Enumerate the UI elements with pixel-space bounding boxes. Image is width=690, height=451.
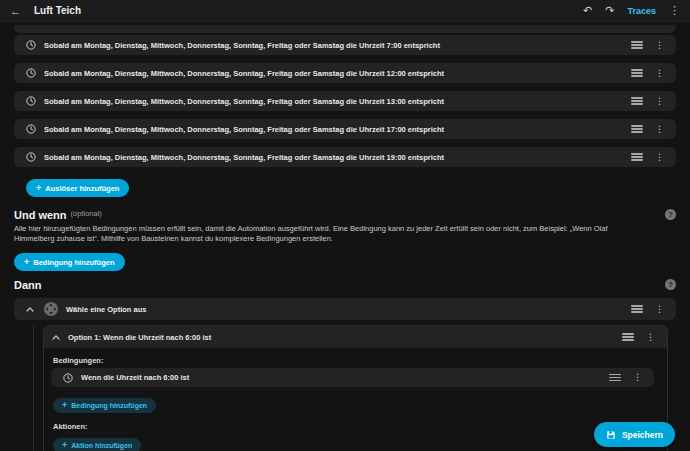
option-conditions-label: Bedingungen: bbox=[53, 356, 654, 365]
trigger-text: Sobald am Montag, Dienstag, Mittwoch, Do… bbox=[44, 69, 631, 78]
redo-icon[interactable]: ↷ bbox=[605, 5, 614, 16]
drag-handle-icon[interactable] bbox=[631, 41, 643, 48]
row-menu-icon[interactable]: ⋮ bbox=[633, 373, 642, 382]
back-icon[interactable]: ← bbox=[10, 5, 26, 17]
trigger-row[interactable]: Sobald am Montag, Dienstag, Mittwoch, Do… bbox=[14, 119, 676, 139]
option-body: Bedingungen: Wenn die Uhrzeit nach 6:00 … bbox=[44, 348, 667, 451]
app-bar: ← Luft Teich ↶ ↷ Traces ⋮ bbox=[0, 0, 690, 22]
collapse-chevron-icon[interactable] bbox=[52, 335, 60, 340]
conditions-description: Alle hier hinzugefügten Bedingungen müss… bbox=[14, 224, 642, 244]
undo-icon[interactable]: ↶ bbox=[583, 5, 592, 16]
row-menu-icon[interactable]: ⋮ bbox=[646, 333, 655, 342]
trigger-list: Sobald am Montag, Dienstag, Mittwoch, Do… bbox=[0, 35, 690, 167]
option-card: Option 1: Wenn die Uhrzeit nach 6:00 ist… bbox=[43, 325, 668, 451]
content: Sobald am Montag, Dienstag, Mittwoch, Do… bbox=[0, 25, 690, 451]
clock-icon bbox=[26, 124, 36, 134]
option-title: Option 1: Wenn die Uhrzeit nach 6:00 ist bbox=[68, 333, 622, 342]
drag-handle-icon[interactable] bbox=[631, 153, 643, 160]
add-trigger-button[interactable]: + Auslöser hinzufügen bbox=[26, 179, 129, 197]
conditions-title: Und wenn bbox=[14, 209, 67, 221]
help-icon[interactable]: ? bbox=[665, 209, 676, 220]
drag-handle-icon[interactable] bbox=[631, 125, 643, 132]
trigger-text: Sobald am Montag, Dienstag, Mittwoch, Do… bbox=[44, 41, 631, 50]
plus-icon: + bbox=[62, 401, 67, 410]
then-section-header: Dann ? bbox=[14, 279, 676, 291]
save-label: Speichern bbox=[622, 430, 663, 440]
row-menu-icon[interactable]: ⋮ bbox=[655, 69, 664, 78]
choose-icon bbox=[44, 302, 58, 316]
trigger-row[interactable]: Sobald am Montag, Dienstag, Mittwoch, Do… bbox=[14, 91, 676, 111]
appbar-actions: ↶ ↷ Traces ⋮ bbox=[583, 5, 680, 16]
row-menu-icon[interactable]: ⋮ bbox=[655, 41, 664, 50]
save-icon bbox=[606, 430, 616, 440]
option-condition-text: Wenn die Uhrzeit nach 6:00 ist bbox=[81, 373, 609, 382]
option-header-row[interactable]: Option 1: Wenn die Uhrzeit nach 6:00 ist… bbox=[44, 326, 667, 348]
trigger-row-partial[interactable] bbox=[14, 25, 676, 33]
row-menu-icon[interactable]: ⋮ bbox=[655, 97, 664, 106]
clock-icon bbox=[26, 96, 36, 106]
add-option-action-button[interactable]: + Aktion hinzufügen bbox=[53, 438, 141, 451]
help-icon[interactable]: ? bbox=[665, 279, 676, 290]
traces-link[interactable]: Traces bbox=[627, 6, 656, 16]
page-title: Luft Teich bbox=[34, 5, 81, 16]
trigger-row[interactable]: Sobald am Montag, Dienstag, Mittwoch, Do… bbox=[14, 35, 676, 55]
add-condition-button[interactable]: + Bedingung hinzufügen bbox=[14, 253, 125, 271]
collapse-chevron-icon[interactable] bbox=[26, 307, 34, 312]
row-menu-icon[interactable]: ⋮ bbox=[655, 125, 664, 134]
trigger-row[interactable]: Sobald am Montag, Dienstag, Mittwoch, Do… bbox=[14, 63, 676, 83]
choose-content: Option 1: Wenn die Uhrzeit nach 6:00 ist… bbox=[33, 325, 668, 451]
option-condition-row[interactable]: Wenn die Uhrzeit nach 6:00 ist ⋮ bbox=[51, 368, 654, 387]
plus-icon: + bbox=[62, 441, 67, 450]
clock-icon bbox=[26, 68, 36, 78]
row-menu-icon[interactable]: ⋮ bbox=[655, 153, 664, 162]
drag-handle-icon[interactable] bbox=[622, 333, 634, 340]
conditions-optional-label: (optional) bbox=[71, 209, 102, 218]
clock-icon bbox=[26, 40, 36, 50]
overflow-menu-icon[interactable]: ⋮ bbox=[669, 5, 680, 16]
trigger-text: Sobald am Montag, Dienstag, Mittwoch, Do… bbox=[44, 125, 631, 134]
add-condition-label: Bedingung hinzufügen bbox=[33, 258, 114, 267]
save-button[interactable]: Speichern bbox=[594, 422, 675, 447]
trigger-text: Sobald am Montag, Dienstag, Mittwoch, Do… bbox=[44, 153, 631, 162]
add-option-condition-button[interactable]: + Bedingung hinzufügen bbox=[53, 398, 156, 413]
clock-icon bbox=[63, 373, 73, 383]
drag-handle-icon[interactable] bbox=[609, 374, 621, 381]
plus-icon: + bbox=[24, 258, 29, 267]
add-trigger-label: Auslöser hinzufügen bbox=[45, 184, 119, 193]
drag-handle-icon[interactable] bbox=[631, 305, 643, 312]
trigger-text: Sobald am Montag, Dienstag, Mittwoch, Do… bbox=[44, 97, 631, 106]
plus-icon: + bbox=[36, 184, 41, 193]
row-menu-icon[interactable]: ⋮ bbox=[655, 305, 664, 314]
add-option-condition-label: Bedingung hinzufügen bbox=[71, 402, 147, 409]
add-option-action-label: Aktion hinzufügen bbox=[71, 442, 132, 449]
option-actions-label: Aktionen: bbox=[53, 422, 654, 431]
then-title: Dann bbox=[14, 279, 42, 291]
conditions-section-header: Und wenn (optional) ? bbox=[14, 209, 676, 221]
trigger-row[interactable]: Sobald am Montag, Dienstag, Mittwoch, Do… bbox=[14, 147, 676, 167]
clock-icon bbox=[26, 152, 36, 162]
choose-action-row[interactable]: Wähle eine Option aus ⋮ bbox=[14, 298, 676, 320]
drag-handle-icon[interactable] bbox=[631, 69, 643, 76]
drag-handle-icon[interactable] bbox=[631, 97, 643, 104]
choose-action-title: Wähle eine Option aus bbox=[66, 305, 631, 314]
